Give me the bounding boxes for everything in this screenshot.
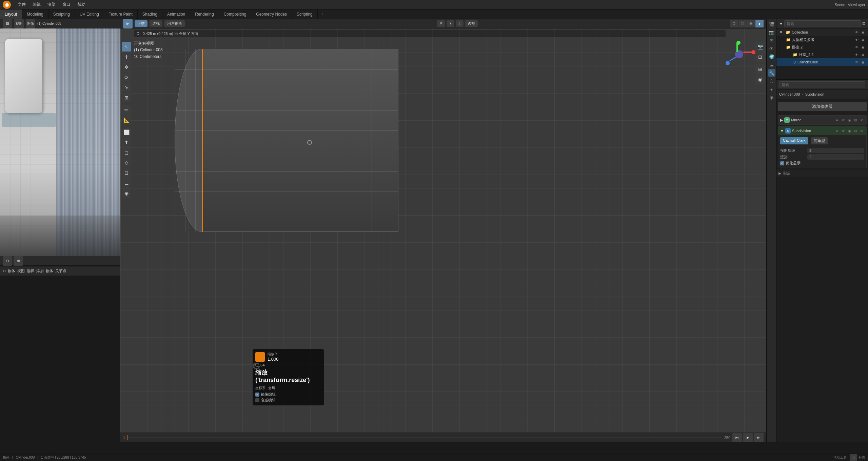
tool-bevel[interactable]: ◇ [122,158,131,167]
props-world-icon[interactable]: ☁ [768,61,775,68]
tool-material[interactable]: ◉ [122,188,131,198]
axis-x-btn[interactable]: X [437,20,445,27]
option-mirror[interactable]: ✓ 镜像编辑 [255,392,321,397]
vis-1-render[interactable]: ◉ [861,37,865,42]
object-menu[interactable]: 物体 [46,268,53,274]
tool-extrude[interactable]: ⬆ [122,138,131,147]
view-all[interactable]: ⊡ [755,52,765,62]
mirror-collapse[interactable]: ▶ [780,118,783,122]
tool-move[interactable]: ✥ [122,62,131,72]
catmull-clark-button[interactable]: Catmull-Clark [780,137,808,144]
tab-texture-paint[interactable]: Texture Paint [104,9,138,19]
render-levels-input[interactable]: 2 [807,154,864,160]
tab-animation[interactable]: Animation [162,9,190,19]
tool-rotate[interactable]: ⟳ [122,73,131,82]
props-output-icon[interactable]: ⊡ [768,37,775,44]
add-workspace-tab[interactable]: + [318,9,327,19]
mirror-modifier-header[interactable]: ▶ M Mirror ✏ 👁 ◉ ⊟ ✕ [778,116,866,124]
viewport-shading[interactable]: 用户视角 [164,20,185,27]
tab-compositing[interactable]: Compositing [219,9,252,19]
subdivision-collapse[interactable]: ▼ [780,129,784,133]
solid-mode[interactable]: ⬡ [738,20,747,27]
tab-geometry-nodes[interactable]: Geometry Nodes [251,9,292,19]
menu-file[interactable]: 文件 [15,1,28,8]
view-render[interactable]: ◉ [755,75,765,84]
outliner-filter-icon[interactable]: ⊡ [862,21,865,26]
rendered-mode[interactable]: ● [755,20,764,27]
option-mirror-checkbox[interactable]: ✓ [255,393,259,397]
vis-render[interactable]: ◉ [861,30,865,35]
tool-measure[interactable]: 📐 [122,115,131,125]
props-material-icon[interactable]: ◉ [768,94,775,101]
mirror-delete-icon[interactable]: ✕ [859,117,864,123]
props-view-icon[interactable]: 👁 [768,45,775,52]
tree-item-people-ref[interactable]: 📁 人物相关参考 👁 ◉ [776,36,868,43]
vis-1-eye[interactable]: 👁 [854,37,859,42]
tree-item-bedroom2-sub[interactable]: 📁 卧室_2·2 👁 ◉ [776,51,868,58]
tab-shading[interactable]: Shading [138,9,162,19]
optimize-display-row[interactable]: ✓ 优化显示 [780,161,864,166]
active-tool-icon[interactable]: □ [850,454,857,461]
tree-item-cylinder[interactable]: ⬡ Cylinder.008 👁 ◉ [776,58,868,66]
subdivision-render-icon[interactable]: ◉ [847,128,852,134]
subdivision-edit-mode-icon[interactable]: ⊟ [853,128,858,134]
subdivision-edit-icon[interactable]: ✏ [834,128,840,134]
props-scene-settings-icon[interactable]: 🌍 [768,53,775,60]
tab-sculpting[interactable]: Sculpting [48,9,75,19]
tab-scripting[interactable]: Scripting [292,9,318,19]
vis-4-render[interactable]: ◉ [861,60,865,64]
option-falloff[interactable]: 衰减编辑 [255,398,321,403]
frame-step-forward[interactable]: ⏭ [754,433,764,442]
timeline-track[interactable] [127,437,722,438]
tool-add-cube[interactable]: ⬜ [122,127,131,137]
optimize-checkbox[interactable]: ✓ [780,161,784,165]
wireframe-mode[interactable]: ⊡ [730,20,738,27]
subdivision-modifier-header[interactable]: ▼ S Subdivision ✏ 👁 ◉ ⊟ ✕ [778,126,866,135]
menu-render[interactable]: 渲染 [45,1,58,8]
select-menu[interactable]: 选择 [27,268,34,274]
image-editor-view[interactable]: 视图 [14,19,24,28]
outliner-search[interactable] [784,20,861,27]
image-editor-mode[interactable]: 🖼 [3,19,12,28]
viewport-persp-ortho[interactable]: 透视 [465,20,478,27]
tool-knife[interactable]: ⚊ [122,178,131,188]
history-menu[interactable]: 关节点 [55,268,66,274]
mirror-render-icon[interactable]: ◉ [847,117,852,123]
tab-rendering[interactable]: Rendering [190,9,219,19]
tool-inset[interactable]: ◻ [122,148,131,157]
mirror-edit-mode-icon[interactable]: ⊟ [853,117,858,123]
mirror-vis-icon[interactable]: 👁 [841,117,846,123]
tool-select[interactable]: ↖ [122,42,131,52]
image-zoom-out[interactable]: ⊖ [3,256,12,266]
tab-layout[interactable]: Layout [0,9,22,19]
viewport-overlay[interactable]: 透视 [150,20,162,27]
vis-2-render[interactable]: ◉ [861,45,865,49]
props-data-icon[interactable]: ● [768,85,775,93]
tab-modeling[interactable]: Modeling [22,9,48,19]
axis-y-btn[interactable]: Y [447,20,454,27]
menu-window[interactable]: 窗口 [60,1,73,8]
option-falloff-checkbox[interactable] [255,398,259,402]
vis-3-eye[interactable]: 👁 [854,52,859,57]
props-scene-icon[interactable]: 🎬 [768,20,775,28]
vis-4-eye[interactable]: 👁 [854,60,859,64]
play-backwards[interactable]: ⏮ [732,433,742,442]
view-menu[interactable]: 视图 [17,268,25,274]
image-zoom-in[interactable]: ⊕ [14,256,23,266]
menu-help[interactable]: 帮助 [75,1,88,8]
viewport-levels-input[interactable]: 2 [807,148,864,153]
scene-canvas[interactable]: 正交右视图 (1) Cylinder.008 10 Centimeters [120,28,766,433]
play-button[interactable]: ▶ [743,433,753,442]
view-grid[interactable]: ⊞ [755,64,765,74]
add-modifier-button[interactable]: 添加修改器 [778,102,867,111]
props-modifier-icon[interactable]: ⬡ [768,77,775,85]
tool-transform[interactable]: ⊞ [122,93,131,102]
collection-row[interactable]: ▼ 📁 Collection 👁 ◉ [776,28,868,36]
tool-scale[interactable]: ⇲ [122,83,131,92]
vis-eye[interactable]: 👁 [854,30,859,35]
tab-uv-editing[interactable]: UV Editing [75,9,104,19]
menu-edit[interactable]: 编辑 [30,1,43,8]
viewport-select-mode[interactable]: ▶ [123,19,133,28]
tool-cursor[interactable]: ✛ [122,52,131,62]
axis-z-btn[interactable]: Z [456,20,463,27]
